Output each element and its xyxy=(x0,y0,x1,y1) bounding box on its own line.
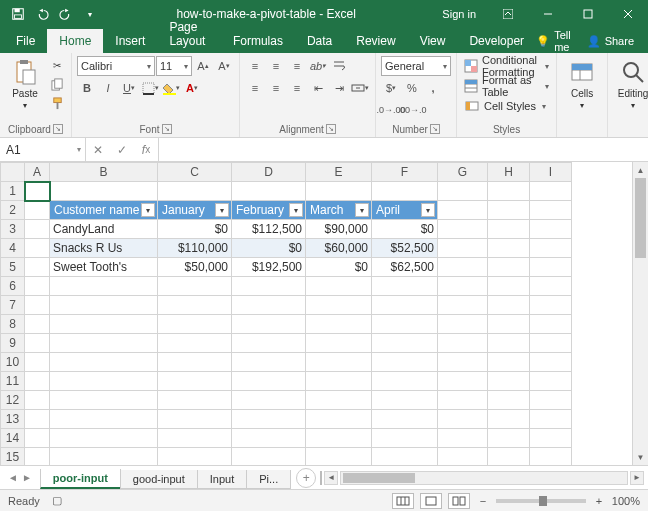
cell[interactable] xyxy=(372,410,438,429)
page-layout-view-button[interactable] xyxy=(420,493,442,509)
cell[interactable] xyxy=(438,353,488,372)
percent-format-button[interactable]: % xyxy=(402,78,422,98)
wrap-text-button[interactable] xyxy=(329,56,349,76)
cell[interactable] xyxy=(530,258,572,277)
sheet-nav-next[interactable]: ► xyxy=(22,472,32,483)
cell[interactable] xyxy=(372,334,438,353)
cell[interactable] xyxy=(306,391,372,410)
cell[interactable]: Snacks R Us xyxy=(50,239,158,258)
tab-page-layout[interactable]: Page Layout xyxy=(157,15,221,53)
decrease-indent-button[interactable]: ⇤ xyxy=(308,78,328,98)
cell[interactable] xyxy=(232,315,306,334)
close-button[interactable] xyxy=(608,0,648,28)
cell[interactable] xyxy=(232,296,306,315)
cell[interactable] xyxy=(438,448,488,466)
cell[interactable]: $0 xyxy=(158,220,232,239)
col-header-E[interactable]: E xyxy=(306,163,372,182)
cell[interactable] xyxy=(25,220,50,239)
cell[interactable] xyxy=(530,277,572,296)
decrease-font-button[interactable]: A▾ xyxy=(214,56,234,76)
merge-center-button[interactable]: ▾ xyxy=(350,78,370,98)
filter-drop-icon[interactable]: ▾ xyxy=(215,203,229,217)
cell[interactable] xyxy=(158,296,232,315)
cell[interactable] xyxy=(530,239,572,258)
cell[interactable] xyxy=(530,372,572,391)
cell[interactable]: March▾ xyxy=(306,201,372,220)
cell[interactable] xyxy=(306,410,372,429)
cell[interactable] xyxy=(488,258,530,277)
cell[interactable] xyxy=(372,277,438,296)
cell[interactable] xyxy=(25,201,50,220)
cell[interactable] xyxy=(372,315,438,334)
orientation-button[interactable]: ab▾ xyxy=(308,56,328,76)
name-box[interactable]: A1▾ xyxy=(0,138,86,161)
cell[interactable] xyxy=(530,429,572,448)
tab-data[interactable]: Data xyxy=(295,29,344,53)
decrease-decimal-button[interactable]: .00→.0 xyxy=(402,100,422,120)
cell[interactable] xyxy=(488,448,530,466)
cell[interactable] xyxy=(25,277,50,296)
cell[interactable] xyxy=(306,448,372,466)
cell[interactable] xyxy=(232,182,306,201)
font-size-select[interactable]: 11▾ xyxy=(156,56,192,76)
cell[interactable] xyxy=(438,201,488,220)
cell[interactable] xyxy=(158,448,232,466)
normal-view-button[interactable] xyxy=(392,493,414,509)
increase-font-button[interactable]: A▴ xyxy=(193,56,213,76)
cell[interactable] xyxy=(50,277,158,296)
row-header-1[interactable]: 1 xyxy=(1,182,25,201)
clipboard-launcher[interactable]: ↘ xyxy=(53,124,63,134)
align-bottom-button[interactable]: ≡ xyxy=(287,56,307,76)
new-sheet-button[interactable]: + xyxy=(296,468,316,488)
col-header-H[interactable]: H xyxy=(488,163,530,182)
scroll-thumb[interactable] xyxy=(343,473,414,483)
cell[interactable] xyxy=(488,410,530,429)
cell[interactable] xyxy=(488,315,530,334)
cell[interactable] xyxy=(530,410,572,429)
cell[interactable]: $0 xyxy=(306,258,372,277)
cell[interactable] xyxy=(306,353,372,372)
cell[interactable] xyxy=(488,277,530,296)
filter-drop-icon[interactable]: ▾ xyxy=(289,203,303,217)
cell[interactable] xyxy=(25,429,50,448)
minimize-button[interactable] xyxy=(528,0,568,28)
filter-drop-icon[interactable]: ▾ xyxy=(141,203,155,217)
cut-button[interactable]: ✂ xyxy=(48,56,66,74)
col-header-F[interactable]: F xyxy=(372,163,438,182)
cells-button[interactable]: Cells ▾ xyxy=(562,56,602,112)
increase-indent-button[interactable]: ⇥ xyxy=(329,78,349,98)
cell[interactable] xyxy=(25,182,50,201)
sheet-nav-prev[interactable]: ◄ xyxy=(8,472,18,483)
cell[interactable] xyxy=(530,315,572,334)
scroll-thumb[interactable] xyxy=(635,178,646,258)
col-header-I[interactable]: I xyxy=(530,163,572,182)
cell[interactable] xyxy=(50,429,158,448)
row-header-7[interactable]: 7 xyxy=(1,296,25,315)
align-right-button[interactable]: ≡ xyxy=(287,78,307,98)
scroll-up-button[interactable]: ▲ xyxy=(633,162,648,178)
cell[interactable] xyxy=(438,410,488,429)
cell[interactable] xyxy=(372,296,438,315)
cell[interactable] xyxy=(372,448,438,466)
row-header-13[interactable]: 13 xyxy=(1,410,25,429)
cell[interactable] xyxy=(25,239,50,258)
fill-color-button[interactable]: ▾ xyxy=(161,78,181,98)
col-header-C[interactable]: C xyxy=(158,163,232,182)
cell[interactable] xyxy=(50,410,158,429)
cell[interactable] xyxy=(530,353,572,372)
cell[interactable] xyxy=(158,277,232,296)
cell[interactable] xyxy=(158,353,232,372)
cell[interactable]: $62,500 xyxy=(372,258,438,277)
cell[interactable] xyxy=(232,372,306,391)
col-header-B[interactable]: B xyxy=(50,163,158,182)
sheet-tab-good-input[interactable]: good-input xyxy=(120,470,198,489)
cell[interactable] xyxy=(232,334,306,353)
cell[interactable]: January▾ xyxy=(158,201,232,220)
zoom-slider[interactable] xyxy=(496,499,586,503)
cell[interactable] xyxy=(488,201,530,220)
cell[interactable] xyxy=(25,258,50,277)
cell[interactable] xyxy=(488,429,530,448)
cell[interactable] xyxy=(306,315,372,334)
sign-in-button[interactable]: Sign in xyxy=(430,8,488,20)
accounting-format-button[interactable]: $▾ xyxy=(381,78,401,98)
